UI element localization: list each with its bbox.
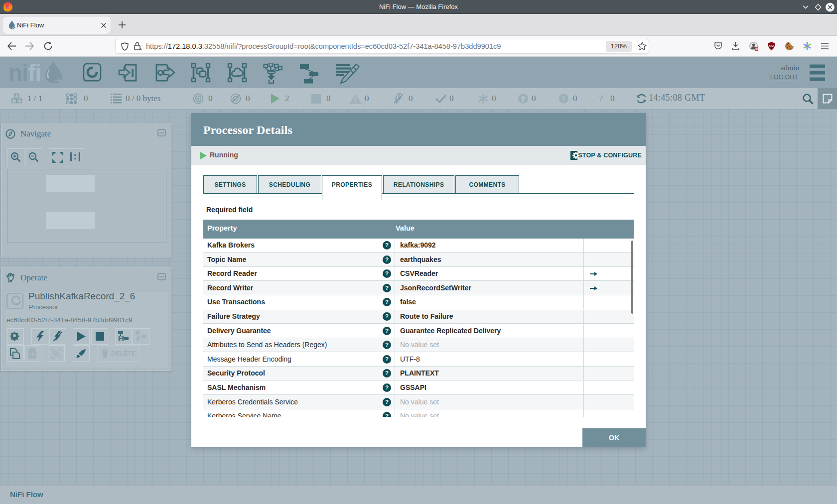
svg-text:UO: UO [769, 44, 774, 47]
